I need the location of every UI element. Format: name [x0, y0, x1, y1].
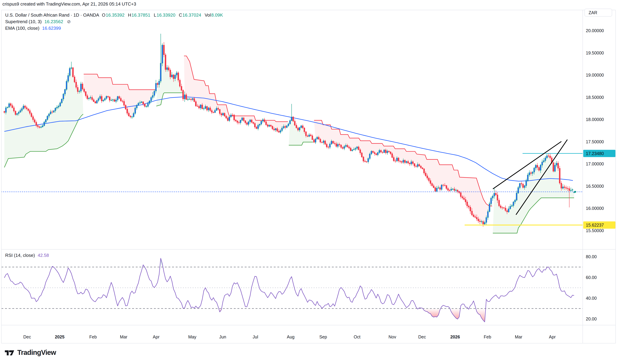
- time-axis-month-label: Apr: [153, 335, 160, 339]
- ema-value: 16.62399: [42, 26, 61, 31]
- price-tick-label: 17.00000: [586, 161, 604, 166]
- rsi-label: RSI (14, close): [5, 253, 35, 258]
- tradingview-chart-screenshot: crispus9 created with TradingView.com, A…: [0, 0, 618, 364]
- symbol-legend-row[interactable]: U.S. Dollar / South African Rand · 1D · …: [5, 13, 223, 18]
- time-axis-month-label: Aug: [287, 335, 294, 339]
- open-value: 16.35392: [106, 13, 124, 18]
- price-badge-label: 15.62237: [586, 223, 604, 227]
- supertrend-legend-row[interactable]: Supertrend (10, 3) 16.23562 ⊘: [5, 19, 223, 24]
- tradingview-logo-icon: [4, 349, 14, 356]
- rsi-value: 42.58: [38, 253, 49, 258]
- rsi-tick-label: 20.00: [586, 316, 597, 321]
- volume-value: 8.09K: [211, 13, 223, 18]
- main-legend: U.S. Dollar / South African Rand · 1D · …: [5, 13, 223, 31]
- high-value: 16.37851: [131, 13, 150, 18]
- time-axis-month-label: Mar: [515, 335, 522, 339]
- ema-legend-row[interactable]: EMA (100, close) 16.62399: [5, 26, 223, 31]
- time-axis-month-label: Feb: [89, 335, 97, 339]
- price-tick-label: 18.00000: [586, 117, 604, 122]
- symbol-title: U.S. Dollar / South African Rand · 1D · …: [5, 13, 99, 18]
- supertrend-value: 16.23562: [44, 19, 63, 24]
- price-tick-label: 19.00000: [586, 73, 604, 78]
- supertrend-label: Supertrend (10, 3): [5, 19, 42, 24]
- time-axis-month-label: Sep: [319, 335, 327, 339]
- close-value: 16.37024: [183, 13, 201, 18]
- tradingview-logo-text: TradingView: [17, 349, 56, 356]
- ohlc-values: O16.35392 H16.37851 L16.33920 C16.37024 …: [102, 13, 223, 18]
- hidden-indicator-icon[interactable]: ⊘: [67, 19, 71, 24]
- chart-canvas[interactable]: 20.0000019.5000019.0000018.5000018.00000…: [0, 0, 618, 364]
- price-tick-label: 17.50000: [586, 139, 604, 144]
- time-axis-month-label: Jul: [253, 335, 258, 339]
- ema-label: EMA (100, close): [5, 26, 39, 31]
- time-axis-year-label: 2025: [55, 335, 65, 339]
- last-price-marker: [574, 191, 576, 193]
- watermark-attribution: crispus9 created with TradingView.com, A…: [2, 1, 136, 7]
- price-tick-label: 19.50000: [586, 51, 604, 55]
- time-axis-month-label: May: [188, 335, 197, 339]
- rsi-tick-label: 40.00: [586, 296, 597, 300]
- time-axis-month-label: Jun: [219, 335, 226, 339]
- low-value: 16.33920: [157, 13, 175, 18]
- time-axis-month-label: Mar: [120, 335, 127, 339]
- currency-scale-badge[interactable]: ZAR: [584, 9, 612, 17]
- price-badge-label: 17.23480: [586, 151, 604, 156]
- time-axis-month-label: Dec: [23, 335, 31, 339]
- tradingview-logo[interactable]: TradingView: [4, 349, 56, 356]
- time-axis-month-label: Apr: [549, 335, 556, 339]
- time-axis-year-label: 2026: [450, 335, 460, 339]
- rsi-tick-label: 60.00: [586, 275, 597, 280]
- price-tick-label: 16.00000: [586, 206, 604, 211]
- time-axis-month-label: Oct: [354, 335, 361, 339]
- rsi-tick-label: 80.00: [586, 254, 597, 259]
- price-tick-label: 16.50000: [586, 184, 604, 189]
- rsi-legend-row[interactable]: RSI (14, close) 42.58: [5, 253, 49, 258]
- time-axis-month-label: Nov: [389, 335, 396, 339]
- price-tick-label: 15.50000: [586, 228, 604, 233]
- price-tick-label: 18.50000: [586, 95, 604, 100]
- time-axis-month-label: Feb: [484, 335, 491, 339]
- price-tick-label: 20.00000: [586, 28, 604, 33]
- time-axis-month-label: Dec: [418, 335, 426, 339]
